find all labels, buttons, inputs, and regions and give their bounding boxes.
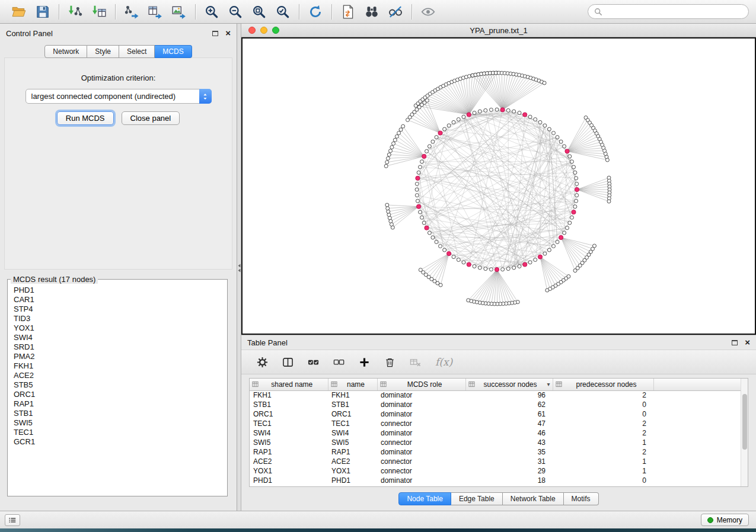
export-table-button[interactable] xyxy=(143,2,167,22)
cell-shared-name: FKH1 xyxy=(250,390,328,400)
delete-table-button[interactable] xyxy=(410,357,421,368)
network-title: YPA_prune.txt_1 xyxy=(470,26,527,35)
table-tab-motifs[interactable]: Motifs xyxy=(564,492,599,505)
cell-predecessor-nodes: 2 xyxy=(553,428,653,438)
cell-shared-name: PHD1 xyxy=(250,476,328,485)
table-row[interactable]: ACE2ACE2connector311 xyxy=(250,457,748,466)
export-image-button[interactable] xyxy=(167,2,191,22)
table-row[interactable]: PHD1PHD1dominator180 xyxy=(250,476,748,485)
fx-button[interactable]: f(x) xyxy=(435,356,452,368)
control-tab-style[interactable]: Style xyxy=(87,45,119,58)
cell-successor-nodes: 35 xyxy=(465,447,553,457)
cell-name: SWI4 xyxy=(328,428,377,438)
search-input[interactable] xyxy=(606,7,742,17)
minimize-window-button[interactable] xyxy=(260,27,267,34)
criterion-dropdown[interactable]: largest connected component (undirected) xyxy=(25,89,212,104)
memory-button[interactable]: Memory xyxy=(701,514,749,526)
mcds-result-item[interactable]: GCR1 xyxy=(14,437,227,447)
zoom-out-button[interactable] xyxy=(224,2,247,22)
mcds-result-item[interactable]: SWI4 xyxy=(14,333,227,342)
control-tab-mcds[interactable]: MCDS xyxy=(155,45,192,58)
table-row[interactable]: ORC1ORC1dominator610 xyxy=(250,409,748,419)
splitter-collapse-icon[interactable] xyxy=(237,263,241,277)
close-table-panel-icon[interactable]: × xyxy=(745,339,750,345)
columns-button[interactable] xyxy=(282,357,294,368)
share-document-button[interactable] xyxy=(336,2,360,22)
cell-filler xyxy=(653,409,748,419)
mcds-result-item[interactable]: SRD1 xyxy=(14,342,227,352)
float-table-panel-icon[interactable] xyxy=(732,340,738,345)
deselect-all-button[interactable] xyxy=(333,357,344,368)
binoculars-button[interactable] xyxy=(360,2,384,22)
column-header-name[interactable]: name xyxy=(328,379,377,390)
mcds-result-item[interactable]: TEC1 xyxy=(14,428,227,437)
table-row[interactable]: TEC1TEC1connector472 xyxy=(250,419,748,428)
show-panels-button[interactable] xyxy=(5,514,20,526)
column-header-label: successor nodes xyxy=(475,380,546,389)
import-table-button[interactable] xyxy=(87,2,111,22)
column-header-predecessor-nodes[interactable]: predecessor nodes xyxy=(553,379,653,390)
table-row[interactable]: STB1STB1dominator620 xyxy=(250,400,748,409)
column-header-mcds-role[interactable]: MCDS role xyxy=(377,379,465,390)
mcds-result-item[interactable]: PHD1 xyxy=(14,286,227,295)
zoom-window-button[interactable] xyxy=(272,27,279,34)
table-row[interactable]: YOX1YOX1connector291 xyxy=(250,466,748,476)
mcds-result-item[interactable]: TID3 xyxy=(14,314,227,323)
cell-filler xyxy=(653,476,748,485)
column-menu-caret-icon[interactable]: ▾ xyxy=(547,381,550,387)
gear-button[interactable] xyxy=(257,357,268,368)
table-scrollbar-thumb[interactable] xyxy=(742,394,747,450)
table-tabs: Node TableEdge TableNetwork TableMotifs xyxy=(398,492,598,505)
column-header-label: predecessor nodes xyxy=(562,380,651,389)
add-row-icon xyxy=(359,357,370,368)
mcds-result-item[interactable]: STP4 xyxy=(14,305,227,314)
open-folder-button[interactable] xyxy=(7,2,31,22)
control-panel-title: Control Panel xyxy=(6,29,53,38)
refresh-button[interactable] xyxy=(304,2,327,22)
table-tab-edge-table[interactable]: Edge Table xyxy=(451,492,503,505)
float-panel-icon[interactable] xyxy=(212,31,218,36)
mcds-result-item[interactable]: RAP1 xyxy=(14,399,227,409)
export-network-button[interactable] xyxy=(120,2,143,22)
mcds-result-item[interactable]: STB5 xyxy=(14,380,227,390)
zoom-in-button[interactable] xyxy=(200,2,224,22)
mcds-result-item[interactable]: ACE2 xyxy=(14,371,227,380)
close-panel-button[interactable]: Close panel xyxy=(122,111,180,125)
close-panel-icon[interactable]: × xyxy=(225,30,231,36)
mcds-result-item[interactable]: PMA2 xyxy=(14,352,227,361)
table-tab-network-table[interactable]: Network Table xyxy=(503,492,564,505)
mcds-result-item[interactable]: FKH1 xyxy=(14,361,227,371)
cell-successor-nodes: 61 xyxy=(465,409,553,419)
zoom-selected-button[interactable] xyxy=(271,2,295,22)
mcds-result-item[interactable]: STB1 xyxy=(14,409,227,418)
network-graph[interactable] xyxy=(243,39,755,334)
zoom-fit-button[interactable] xyxy=(247,2,271,22)
table-row[interactable]: SWI5SWI5connector431 xyxy=(250,438,748,447)
mcds-result-title: MCDS result (17 nodes) xyxy=(11,275,98,284)
panel-splitter[interactable] xyxy=(237,24,241,511)
add-row-button[interactable] xyxy=(359,357,370,368)
run-mcds-button[interactable]: Run MCDS xyxy=(57,111,114,125)
import-network-button[interactable] xyxy=(63,2,87,22)
table-tab-node-table[interactable]: Node Table xyxy=(398,492,451,505)
trash-button[interactable] xyxy=(384,357,395,368)
mcds-result-item[interactable]: YOX1 xyxy=(14,323,227,333)
mcds-result-item[interactable]: SWI5 xyxy=(14,418,227,428)
eye-button[interactable] xyxy=(416,2,440,22)
table-row[interactable]: FKH1FKH1dominator962 xyxy=(250,390,748,400)
glasses-slash-button[interactable] xyxy=(384,2,407,22)
search-icon xyxy=(594,8,606,16)
mcds-result-item[interactable]: CAR1 xyxy=(14,295,227,305)
select-all-button[interactable] xyxy=(308,357,319,368)
column-header-successor-nodes[interactable]: successor nodes▾ xyxy=(465,379,553,390)
control-tab-network[interactable]: Network xyxy=(44,45,87,58)
control-tab-select[interactable]: Select xyxy=(119,45,155,58)
table-row[interactable]: RAP1RAP1dominator352 xyxy=(250,447,748,457)
close-window-button[interactable] xyxy=(248,27,256,34)
header-grid-icon xyxy=(252,381,259,387)
mcds-result-item[interactable]: ORC1 xyxy=(14,390,227,399)
zoom-fit-icon xyxy=(251,4,267,20)
table-row[interactable]: SWI4SWI4dominator462 xyxy=(250,428,748,438)
column-header-shared-name[interactable]: shared name xyxy=(250,379,328,390)
save-button[interactable] xyxy=(31,2,55,22)
